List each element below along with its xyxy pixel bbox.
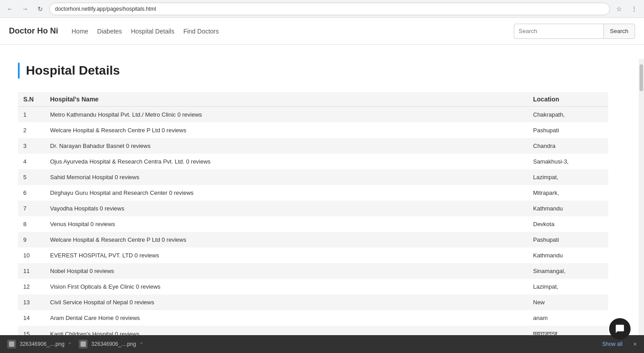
- table-row: 6Dirghayu Guru Hospital and Research Cen…: [18, 185, 608, 201]
- cell-sn: 11: [18, 263, 45, 279]
- svg-rect-1: [80, 341, 86, 347]
- cell-sn: 4: [18, 154, 45, 169]
- cell-location: Pashupati: [528, 122, 608, 138]
- cell-hospital-name: Ojus Ayurveda Hospital & Research Centra…: [45, 154, 528, 169]
- svg-rect-0: [9, 341, 14, 347]
- bookmark-button[interactable]: ☆: [613, 3, 625, 15]
- cell-location: Samakhusi-3,: [528, 154, 608, 169]
- cell-sn: 14: [18, 310, 45, 326]
- cell-sn: 12: [18, 279, 45, 294]
- table-row: 7Vayodha Hospitals 0 reviewsKathmandu: [18, 201, 608, 216]
- cell-hospital-name: Sahid Memorial Hospital 0 reviews: [45, 169, 528, 185]
- download-chevron-1[interactable]: ⌃: [68, 342, 72, 347]
- cell-location: Kathmandu: [528, 248, 608, 263]
- cell-sn: 6: [18, 185, 45, 201]
- back-button[interactable]: ←: [4, 3, 16, 15]
- cell-location: Kathmandu: [528, 201, 608, 216]
- title-accent: [18, 63, 20, 79]
- download-icon-1: [7, 340, 16, 349]
- table-row: 12Vision First Opticals & Eye Clinic 0 r…: [18, 279, 608, 294]
- table-row: 5Sahid Memorial Hospital 0 reviewsLazimp…: [18, 169, 608, 185]
- cell-location: Lazimpat,: [528, 169, 608, 185]
- cell-sn: 10: [18, 248, 45, 263]
- table-row: 13Civil Service Hospital of Nepal 0 revi…: [18, 294, 608, 310]
- cell-sn: 7: [18, 201, 45, 216]
- more-button[interactable]: ⋮: [628, 3, 640, 15]
- table-row: 3Dr. Narayan Bahadur Basnet 0 reviewsCha…: [18, 138, 608, 154]
- main-content: Hospital Details S.N Hospital's Name Loc…: [0, 45, 626, 353]
- cell-hospital-name: Welcare Hospital & Research Centre P Ltd…: [45, 122, 528, 138]
- table-row: 8Venus Hospital 0 reviewsDevkota: [18, 216, 608, 232]
- col-header-location: Location: [528, 92, 608, 107]
- cell-sn: 1: [18, 107, 45, 123]
- cell-hospital-name: Metro Kathmandu Hospital Pvt. Ltd./ Metr…: [45, 107, 528, 123]
- table-row: 4Ojus Ayurveda Hospital & Research Centr…: [18, 154, 608, 169]
- cell-hospital-name: Dr. Narayan Bahadur Basnet 0 reviews: [45, 138, 528, 154]
- table-row: 9Welcare Hospital & Research Centre P Lt…: [18, 232, 608, 248]
- cell-location: Lazimpat,: [528, 279, 608, 294]
- download-filename-2: 326346906_....png: [91, 341, 136, 347]
- scrollbar[interactable]: [639, 59, 644, 335]
- cell-sn: 13: [18, 294, 45, 310]
- col-header-sn: S.N: [18, 92, 45, 107]
- table-header-row: S.N Hospital's Name Location: [18, 92, 608, 107]
- forward-button[interactable]: →: [19, 3, 31, 15]
- cell-hospital-name: EVEREST HOSPITAL PVT. LTD 0 reviews: [45, 248, 528, 263]
- cell-hospital-name: Venus Hospital 0 reviews: [45, 216, 528, 232]
- search-button[interactable]: Search: [603, 24, 635, 39]
- cell-location: Sinamangal,: [528, 263, 608, 279]
- download-filename-1: 326346906_....png: [20, 341, 64, 347]
- nav-diabetes[interactable]: Diabetes: [97, 28, 122, 35]
- reload-button[interactable]: ↻: [34, 3, 47, 15]
- cell-sn: 3: [18, 138, 45, 154]
- hospital-table: S.N Hospital's Name Location 1Metro Kath…: [18, 92, 608, 353]
- col-header-name: Hospital's Name: [45, 92, 528, 107]
- page-title: Hospital Details: [26, 63, 120, 78]
- bottom-bar: 326346906_....png ⌃ 326346906_....png ⌃ …: [0, 335, 644, 353]
- download-item-2: 326346906_....png ⌃: [79, 340, 143, 349]
- table-row: 1Metro Kathmandu Hospital Pvt. Ltd./ Met…: [18, 107, 608, 123]
- cell-hospital-name: Vayodha Hospitals 0 reviews: [45, 201, 528, 216]
- cell-location: Devkota: [528, 216, 608, 232]
- nav-links: Home Diabetes Hospital Details Find Doct…: [72, 28, 514, 35]
- cell-location: New: [528, 294, 608, 310]
- search-input[interactable]: [514, 24, 603, 39]
- cell-hospital-name: Nobel Hospital 0 reviews: [45, 263, 528, 279]
- site-brand[interactable]: Doctor Ho Ni: [9, 26, 58, 36]
- download-item-1: 326346906_....png ⌃: [7, 340, 72, 349]
- download-chevron-2[interactable]: ⌃: [140, 342, 143, 347]
- cell-location: Chandra: [528, 138, 608, 154]
- table-row: 14Aram Dental Care Home 0 reviewsanam: [18, 310, 608, 326]
- cell-sn: 8: [18, 216, 45, 232]
- cell-hospital-name: Welcare Hospital & Research Centre P Ltd…: [45, 232, 528, 248]
- site-navbar: Doctor Ho Ni Home Diabetes Hospital Deta…: [0, 18, 644, 45]
- cell-sn: 2: [18, 122, 45, 138]
- cell-hospital-name: Civil Service Hospital of Nepal 0 review…: [45, 294, 528, 310]
- cell-hospital-name: Aram Dental Care Home 0 reviews: [45, 310, 528, 326]
- nav-hospital-details[interactable]: Hospital Details: [131, 28, 174, 35]
- cell-sn: 5: [18, 169, 45, 185]
- cell-location: Chakrapath,: [528, 107, 608, 123]
- close-downloads-button[interactable]: ×: [633, 340, 637, 348]
- chat-bubble[interactable]: [609, 318, 631, 340]
- cell-location: anam: [528, 310, 608, 326]
- cell-hospital-name: Dirghayu Guru Hospital and Research Cent…: [45, 185, 528, 201]
- cell-location: Pashupati: [528, 232, 608, 248]
- show-all-button[interactable]: Show all: [602, 341, 622, 347]
- table-row: 2Welcare Hospital & Research Centre P Lt…: [18, 122, 608, 138]
- search-group: Search: [514, 24, 635, 39]
- table-row: 11Nobel Hospital 0 reviewsSinamangal,: [18, 263, 608, 279]
- download-icon-2: [79, 340, 88, 349]
- address-bar[interactable]: [49, 3, 610, 15]
- nav-home[interactable]: Home: [72, 28, 88, 35]
- nav-find-doctors[interactable]: Find Doctors: [183, 28, 219, 35]
- scrollbar-thumb[interactable]: [640, 64, 643, 91]
- cell-sn: 9: [18, 232, 45, 248]
- cell-location: Mitrapark,: [528, 185, 608, 201]
- page-title-wrapper: Hospital Details: [18, 63, 608, 79]
- cell-hospital-name: Vision First Opticals & Eye Clinic 0 rev…: [45, 279, 528, 294]
- table-row: 10EVEREST HOSPITAL PVT. LTD 0 reviewsKat…: [18, 248, 608, 263]
